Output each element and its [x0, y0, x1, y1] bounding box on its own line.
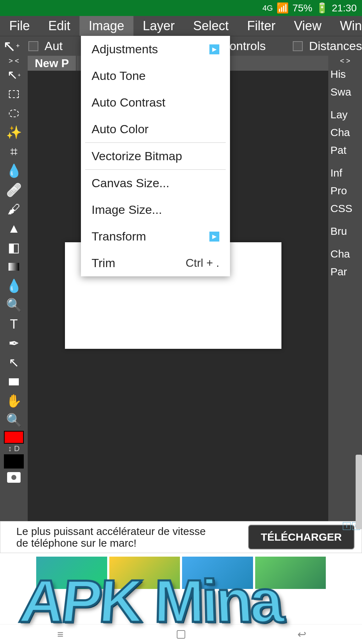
android-status-bar: 4G 📶 75% 🔋 21:30: [0, 0, 362, 16]
ad-download-button[interactable]: TÉLÉCHARGER: [248, 525, 355, 550]
ad-info-icon[interactable]: i: [343, 522, 351, 530]
panel-expand-arrows[interactable]: > <: [9, 56, 19, 65]
menu-item-label: Auto Tone: [92, 69, 146, 83]
panel-channels[interactable]: Cha: [328, 124, 362, 141]
menu-canvas-size[interactable]: Canvas Size...: [81, 170, 230, 196]
menu-auto-tone[interactable]: Auto Tone: [81, 63, 230, 89]
panel-layers[interactable]: Lay: [328, 106, 362, 124]
menu-shortcut: Ctrl + .: [186, 256, 219, 270]
distances-checkbox[interactable]: [293, 41, 303, 51]
android-nav-bar: ≡ ↩: [0, 624, 362, 644]
menu-adjustments[interactable]: Adjustments ▶: [81, 36, 230, 63]
menu-item-label: Transform: [92, 229, 146, 243]
panel-info[interactable]: Inf: [328, 164, 362, 182]
nav-back-icon[interactable]: ↩: [295, 627, 309, 642]
menu-item-label: Auto Color: [92, 122, 149, 136]
foreground-color[interactable]: [4, 431, 24, 444]
scrollbar-vertical[interactable]: [356, 455, 362, 529]
menu-item-label: Canvas Size...: [92, 176, 169, 190]
menu-transform[interactable]: Transform ▶: [81, 223, 230, 250]
panel-css[interactable]: CSS: [328, 200, 362, 217]
swap-default-label[interactable]: ↕ D: [4, 444, 24, 454]
submenu-arrow-icon: ▶: [209, 232, 219, 242]
ad-text: Le plus puissant accélérateur de vitesse…: [16, 525, 215, 549]
menu-item-label: Image Size...: [92, 203, 162, 217]
marquee-tool-icon[interactable]: [5, 86, 22, 103]
document-tab[interactable]: New P: [28, 56, 76, 71]
thumb-4[interactable]: [254, 556, 327, 590]
submenu-arrow-icon: ▶: [209, 44, 219, 54]
stamp-tool-icon[interactable]: ▲: [5, 220, 22, 237]
healing-tool-icon[interactable]: 🩹: [5, 182, 22, 199]
panel-brush[interactable]: Bru: [328, 222, 362, 240]
menu-filter[interactable]: Filter: [238, 16, 285, 36]
wand-tool-icon[interactable]: ✨: [5, 124, 22, 141]
menu-window[interactable]: Wind: [331, 16, 362, 36]
tool-panel: > < ↖+ ✨ ⌗ 💧 🩹 🖌 ▲ ◧ 💧 🔍 T ✒ ↖ ✋ 🔍 ↕ D: [0, 56, 28, 521]
move-tool-icon[interactable]: ↖+: [3, 37, 22, 55]
clock: 21:30: [332, 2, 357, 14]
move-tool-icon[interactable]: ↖+: [5, 66, 22, 83]
menu-image[interactable]: Image: [79, 16, 133, 36]
right-panels: < > His Swa Lay Cha Pat Inf Pro CSS Bru …: [328, 56, 362, 521]
panel-paths[interactable]: Pat: [328, 141, 362, 159]
menu-select[interactable]: Select: [184, 16, 238, 36]
distances-label: Distances: [309, 39, 362, 53]
menu-item-label: Trim: [92, 256, 115, 270]
menu-item-label: Auto Contrast: [92, 96, 165, 109]
camera-icon[interactable]: [7, 472, 21, 483]
ad-gallery[interactable]: [0, 553, 362, 592]
background-color[interactable]: [4, 454, 24, 469]
shape-tool-icon[interactable]: [5, 373, 22, 390]
gradient-tool-icon[interactable]: [5, 258, 22, 275]
panel-swatches[interactable]: Swa: [328, 83, 362, 101]
panel-paragraph[interactable]: Par: [328, 263, 362, 281]
battery-pct: 75%: [292, 2, 312, 14]
auto-select-checkbox[interactable]: [28, 41, 38, 51]
menu-auto-color[interactable]: Auto Color: [81, 116, 230, 142]
hand-tool-icon[interactable]: ✋: [5, 393, 22, 410]
signal-icon: 📶: [276, 2, 289, 14]
panel-collapse-arrows[interactable]: < >: [328, 56, 362, 65]
menu-auto-contrast[interactable]: Auto Contrast: [81, 89, 230, 116]
pen-tool-icon[interactable]: ✒: [5, 335, 22, 352]
menu-item-label: Adjustments: [92, 42, 158, 56]
eyedropper-tool-icon[interactable]: 💧: [5, 162, 22, 179]
menu-view[interactable]: View: [285, 16, 330, 36]
menu-layer[interactable]: Layer: [133, 16, 184, 36]
ad-banner[interactable]: i × Le plus puissant accélérateur de vit…: [0, 521, 362, 553]
zoom-tool-icon[interactable]: 🔍: [5, 412, 22, 429]
menu-item-label: Vectorize Bitmap: [92, 149, 182, 163]
panel-properties[interactable]: Pro: [328, 182, 362, 200]
nav-recent-icon[interactable]: ≡: [53, 627, 67, 642]
lasso-tool-icon[interactable]: [5, 105, 22, 122]
path-tool-icon[interactable]: ↖: [5, 354, 22, 371]
thumb-3[interactable]: [181, 556, 254, 590]
auto-select-label: Aut: [45, 39, 63, 53]
battery-icon: 🔋: [316, 2, 328, 14]
thumb-2[interactable]: [109, 556, 181, 590]
blur-tool-icon[interactable]: 💧: [5, 277, 22, 294]
nav-home-icon[interactable]: [174, 627, 188, 642]
thumb-1[interactable]: [35, 556, 108, 590]
brush-tool-icon[interactable]: 🖌: [5, 201, 22, 218]
transform-controls-label: ontrols: [230, 39, 266, 53]
menu-vectorize-bitmap[interactable]: Vectorize Bitmap: [81, 143, 230, 169]
menu-trim[interactable]: Trim Ctrl + .: [81, 250, 230, 276]
menu-file[interactable]: File: [0, 16, 39, 36]
text-tool-icon[interactable]: T: [5, 316, 22, 333]
crop-tool-icon[interactable]: ⌗: [5, 143, 22, 160]
dodge-tool-icon[interactable]: 🔍: [5, 297, 22, 314]
menu-image-size[interactable]: Image Size...: [81, 196, 230, 223]
image-menu-dropdown: Adjustments ▶ Auto Tone Auto Contrast Au…: [81, 36, 230, 276]
network-type: 4G: [263, 4, 273, 13]
panel-history[interactable]: His: [328, 65, 362, 83]
panel-character[interactable]: Cha: [328, 245, 362, 263]
menu-bar: File Edit Image Layer Select Filter View…: [0, 16, 362, 36]
eraser-tool-icon[interactable]: ◧: [5, 239, 22, 256]
menu-edit[interactable]: Edit: [39, 16, 79, 36]
